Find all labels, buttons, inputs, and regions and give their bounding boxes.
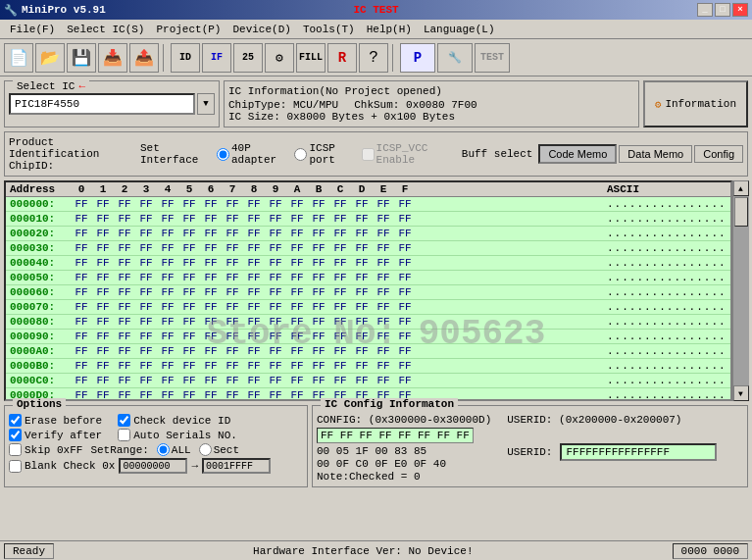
hex-byte[interactable]: FF	[267, 389, 284, 401]
hex-byte[interactable]: FF	[137, 345, 155, 357]
hex-byte[interactable]: FF	[224, 286, 241, 298]
hex-byte[interactable]: FF	[159, 375, 176, 386]
toolbar-id[interactable]: ID	[171, 43, 200, 73]
hex-byte[interactable]: FF	[224, 331, 241, 342]
hex-byte[interactable]: FF	[310, 345, 327, 357]
hex-byte[interactable]: FF	[267, 316, 284, 328]
hex-byte[interactable]: FF	[331, 286, 349, 298]
toolbar-load[interactable]: 📥	[98, 43, 127, 73]
hex-byte[interactable]: FF	[73, 198, 90, 210]
hex-byte[interactable]: FF	[310, 242, 327, 254]
toolbar-p[interactable]: P	[400, 43, 435, 73]
hex-byte[interactable]: FF	[224, 345, 241, 357]
hex-byte[interactable]: FF	[116, 213, 133, 225]
hex-byte[interactable]: FF	[224, 301, 241, 313]
userid-input[interactable]	[560, 443, 717, 461]
hex-byte[interactable]: FF	[73, 301, 90, 313]
toolbar-save-file[interactable]: 📤	[129, 43, 159, 73]
hex-byte[interactable]: FF	[116, 375, 133, 386]
menu-device[interactable]: Device(D)	[226, 22, 296, 37]
hex-byte[interactable]: FF	[267, 257, 284, 269]
hex-byte[interactable]: FF	[310, 213, 327, 225]
hex-byte[interactable]: FF	[245, 198, 263, 210]
menu-language[interactable]: Language(L)	[418, 22, 501, 37]
hex-byte[interactable]: FF	[288, 228, 306, 239]
hex-byte[interactable]: FF	[73, 375, 90, 386]
hex-byte[interactable]: FF	[137, 286, 155, 298]
scroll-down-button[interactable]: ▼	[733, 385, 749, 401]
hex-byte[interactable]: FF	[288, 389, 306, 401]
hex-byte[interactable]: FF	[310, 360, 327, 372]
hex-byte[interactable]: FF	[375, 360, 392, 372]
hex-byte[interactable]: FF	[245, 228, 263, 239]
hex-byte[interactable]: FF	[396, 272, 414, 283]
hex-byte[interactable]: FF	[288, 286, 306, 298]
hex-byte[interactable]: FF	[202, 272, 220, 283]
toolbar-wrench[interactable]: 🔧	[437, 43, 473, 73]
hex-byte[interactable]: FF	[396, 345, 414, 357]
hex-byte[interactable]: FF	[180, 228, 198, 239]
toolbar-open[interactable]: 📂	[35, 43, 65, 73]
close-button[interactable]: ×	[732, 3, 748, 17]
hex-byte[interactable]: FF	[310, 286, 327, 298]
hex-byte[interactable]: FF	[396, 301, 414, 313]
menu-project[interactable]: Project(P)	[150, 22, 226, 37]
verify-after-checkbox[interactable]	[9, 429, 22, 441]
hex-byte[interactable]: FF	[137, 257, 155, 269]
hex-byte[interactable]: FF	[310, 331, 327, 342]
hex-byte[interactable]: FF	[202, 198, 220, 210]
toolbar-save[interactable]: 💾	[67, 43, 96, 73]
verify-after-label[interactable]: Verify after	[9, 429, 102, 441]
hex-byte[interactable]: FF	[245, 272, 263, 283]
hex-byte[interactable]: FF	[94, 257, 112, 269]
ic-dropdown-button[interactable]: ▼	[197, 93, 215, 115]
hex-byte[interactable]: FF	[159, 198, 176, 210]
hex-byte[interactable]: FF	[94, 331, 112, 342]
hex-byte[interactable]: FF	[245, 345, 263, 357]
hex-byte[interactable]: FF	[310, 272, 327, 283]
hex-byte[interactable]: FF	[353, 375, 371, 386]
skip-oxff-label[interactable]: Skip 0xFF	[9, 443, 82, 456]
hex-byte[interactable]: FF	[224, 272, 241, 283]
icsp-vcc-checkbox[interactable]	[362, 148, 375, 161]
hex-byte[interactable]: FF	[73, 213, 90, 225]
hex-byte[interactable]: FF	[94, 360, 112, 372]
hex-byte[interactable]: FF	[116, 242, 133, 254]
hex-byte[interactable]: FF	[375, 242, 392, 254]
hex-byte[interactable]: FF	[353, 331, 371, 342]
hex-byte[interactable]: FF	[353, 286, 371, 298]
erase-before-checkbox[interactable]	[9, 414, 22, 427]
check-device-label[interactable]: Check device ID	[118, 414, 230, 427]
range-sect-radio[interactable]	[199, 443, 212, 456]
skip-oxff-checkbox[interactable]	[9, 443, 22, 456]
hex-byte[interactable]: FF	[94, 213, 112, 225]
hex-byte[interactable]: FF	[331, 316, 349, 328]
hex-byte[interactable]: FF	[245, 360, 263, 372]
hex-byte[interactable]: FF	[396, 228, 414, 239]
hex-byte[interactable]: FF	[137, 213, 155, 225]
hex-byte[interactable]: FF	[267, 272, 284, 283]
hex-byte[interactable]: FF	[245, 213, 263, 225]
hex-byte[interactable]: FF	[375, 198, 392, 210]
hex-byte[interactable]: FF	[94, 345, 112, 357]
hex-byte[interactable]: FF	[375, 316, 392, 328]
hex-byte[interactable]: FF	[116, 198, 133, 210]
hex-byte[interactable]: FF	[159, 389, 176, 401]
hex-byte[interactable]: FF	[116, 257, 133, 269]
hex-byte[interactable]: FF	[267, 331, 284, 342]
hex-byte[interactable]: FF	[331, 228, 349, 239]
auto-serials-label[interactable]: Auto Serials NO.	[118, 429, 237, 441]
hex-byte[interactable]: FF	[288, 301, 306, 313]
hex-byte[interactable]: FF	[310, 228, 327, 239]
hex-byte[interactable]: FF	[288, 272, 306, 283]
scroll-up-button[interactable]: ▲	[733, 180, 749, 196]
hex-byte[interactable]: FF	[180, 331, 198, 342]
hex-byte[interactable]: FF	[331, 331, 349, 342]
hex-dump-area[interactable]: Address 0 1 2 3 4 5 6 7 8 9 A B C D E	[4, 180, 732, 401]
code-memo-button[interactable]: Code Memo	[538, 144, 617, 164]
hex-byte[interactable]: FF	[245, 389, 263, 401]
hex-byte[interactable]: FF	[202, 389, 220, 401]
hex-byte[interactable]: FF	[137, 331, 155, 342]
hex-byte[interactable]: FF	[375, 286, 392, 298]
hex-byte[interactable]: FF	[202, 228, 220, 239]
